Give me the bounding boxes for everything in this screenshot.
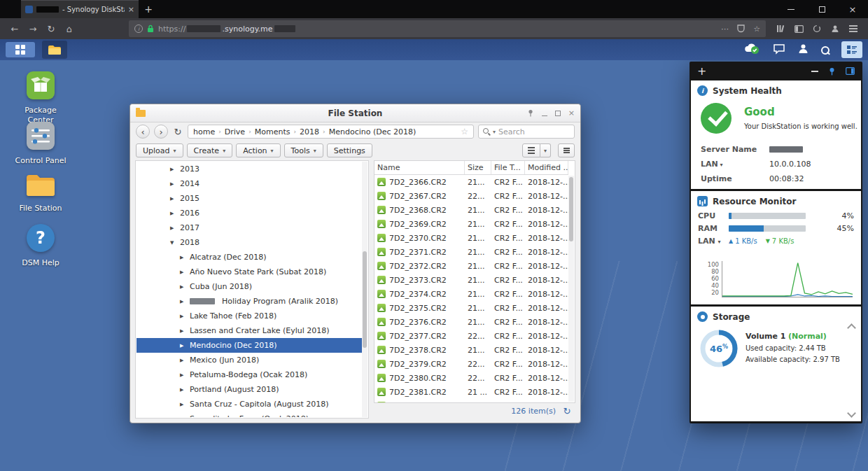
tree-item[interactable]: ▶Lake Tahoe (Feb 2018) <box>136 309 362 323</box>
lan-label[interactable]: LAN ▾ <box>698 237 729 246</box>
file-row[interactable]: 7D2_2370.CR221...CR2 F...2018-12-... <box>374 231 568 245</box>
triangle-right-icon[interactable]: ▶ <box>180 387 186 393</box>
sort-button[interactable] <box>558 143 575 157</box>
file-row[interactable]: 7D2_2382.CR221...CR2 F...2018-12-... <box>374 399 568 402</box>
tree-item[interactable]: ▶2013 <box>136 162 362 176</box>
toolbar-button-upload[interactable]: Upload▾ <box>136 143 183 157</box>
bookmark-star-icon[interactable]: ☆ <box>753 24 760 34</box>
triangle-right-icon[interactable]: ▶ <box>180 416 186 418</box>
caret-down-icon[interactable]: ▾ <box>493 129 496 135</box>
file-row[interactable]: 7D2_2373.CR221...CR2 F...2018-12-... <box>374 273 568 287</box>
tree-item[interactable]: ▶Holiday Program (Aralik 2018) <box>136 294 362 309</box>
file-row[interactable]: 7D2_2372.CR221...CR2 F...2018-12-... <box>374 259 568 273</box>
file-row[interactable]: 7D2_2380.CR222...CR2 F...2018-12-... <box>374 371 568 385</box>
column-header-type[interactable]: File T... <box>491 161 525 174</box>
pin-window-icon[interactable] <box>527 109 534 117</box>
tree-item[interactable]: ▶Alcatraz (Dec 2018) <box>136 250 362 265</box>
caret-down-icon[interactable]: ▾ <box>718 162 723 168</box>
file-row[interactable]: 7D2_2371.CR221...CR2 F...2018-12-... <box>374 245 568 259</box>
tree-item[interactable]: ▶Santa Cruz - Capitola (August 2018) <box>136 397 362 412</box>
back-button[interactable]: ← <box>6 20 24 37</box>
tree-scrollbar[interactable] <box>362 162 368 417</box>
widget-panel-minimize-button[interactable] <box>811 71 818 72</box>
tree-item[interactable]: ▶Mendocino (Dec 2018) <box>136 338 362 353</box>
triangle-right-icon[interactable]: ▶ <box>180 255 186 260</box>
nav-forward-button[interactable]: › <box>154 125 168 139</box>
file-row[interactable]: 7D2_2367.CR222...CR2 F...2018-12-... <box>374 189 568 203</box>
file-row[interactable]: 7D2_2374.CR221...CR2 F...2018-12-... <box>374 287 568 301</box>
page-info-icon[interactable]: i <box>134 24 143 33</box>
file-row[interactable]: 7D2_2376.CR221...CR2 F...2018-12-... <box>374 315 568 329</box>
file-row[interactable]: 7D2_2378.CR221...CR2 F...2018-12-... <box>374 343 568 357</box>
pin-panel-icon[interactable] <box>828 67 836 76</box>
triangle-right-icon[interactable]: ▶ <box>170 167 176 172</box>
column-header-mod[interactable]: Modified ... <box>525 161 568 174</box>
window-minimize-icon[interactable] <box>542 111 547 116</box>
triangle-right-icon[interactable]: ▶ <box>180 284 186 290</box>
forward-button[interactable]: → <box>24 20 42 37</box>
file-station-titlebar[interactable]: File Station × <box>130 104 580 122</box>
desktop-icon-control-panel[interactable]: Control Panel <box>13 120 68 166</box>
triangle-right-icon[interactable]: ▶ <box>170 181 176 187</box>
tree-item[interactable]: ▶Año Nuevo State Park (Subat 2018) <box>136 265 362 279</box>
toolbar-button-tools[interactable]: Tools▾ <box>284 143 323 157</box>
reload-button[interactable]: ↻ <box>42 20 60 37</box>
triangle-right-icon[interactable]: ▶ <box>170 225 176 231</box>
main-menu-button[interactable] <box>6 42 35 57</box>
refresh-list-button[interactable]: ↻ <box>561 406 573 416</box>
breadcrumb[interactable]: home›Drive›Moments›2018›Mendocino (Dec 2… <box>188 125 474 139</box>
tree-item[interactable]: ▶Cuba (Jun 2018) <box>136 279 362 294</box>
browser-tab[interactable]: - Synology DiskStati... × <box>21 0 139 18</box>
library-icon[interactable] <box>771 20 790 37</box>
tree-item[interactable]: ▶Portland (August 2018) <box>136 382 362 397</box>
chevron-up-icon[interactable] <box>848 323 855 330</box>
address-bar[interactable]: i https:// .synology.me ⋯ ☆ <box>129 20 766 37</box>
tree-item[interactable]: ▶Mexico (Jun 2018) <box>136 353 362 367</box>
account-icon[interactable] <box>826 20 844 37</box>
tab-close-icon[interactable]: × <box>128 5 134 14</box>
file-row[interactable]: 7D2_2368.CR221...CR2 F...2018-12-... <box>374 203 568 217</box>
user-options-icon[interactable] <box>798 43 808 56</box>
breadcrumb-item[interactable]: Moments <box>255 127 290 136</box>
resource-monitor-header[interactable]: Resource Monitor <box>691 191 861 209</box>
file-row[interactable]: 7D2_2377.CR222...CR2 F...2018-12-... <box>374 329 568 343</box>
chevron-down-icon[interactable] <box>848 411 855 417</box>
breadcrumb-item[interactable]: Mendocino (Dec 2018) <box>329 127 416 136</box>
window-maximize-button[interactable] <box>806 0 837 18</box>
toolbar-button-create[interactable]: Create▾ <box>187 143 233 157</box>
tree-item[interactable]: ▶2017 <box>136 220 362 235</box>
menu-icon[interactable] <box>844 20 862 37</box>
tree-item[interactable]: ▶2016 <box>136 206 362 220</box>
notifications-icon[interactable] <box>773 43 785 57</box>
page-actions-icon[interactable]: ⋯ <box>721 24 729 34</box>
new-tab-button[interactable]: + <box>139 3 158 15</box>
triangle-right-icon[interactable]: ▶ <box>170 196 176 202</box>
home-button[interactable]: ⌂ <box>60 20 78 37</box>
view-caret-button[interactable]: ▾ <box>540 143 551 157</box>
window-minimize-button[interactable] <box>776 0 806 18</box>
system-health-header[interactable]: i System Health <box>691 80 861 99</box>
file-row[interactable]: 7D2_2369.CR221...CR2 F...2018-12-... <box>374 217 568 231</box>
desktop-icon-dsm-help[interactable]: ? DSM Help <box>13 223 68 268</box>
file-row[interactable]: 7D2_2366.CR221...CR2 F...2018-12-... <box>374 175 568 189</box>
tree-item[interactable]: ▶Lassen and Crater Lake (Eylul 2018) <box>136 323 362 338</box>
nav-back-button[interactable]: ‹ <box>136 125 150 139</box>
scrollbar-thumb[interactable] <box>569 177 573 241</box>
triangle-right-icon[interactable]: ▶ <box>180 328 186 334</box>
tree-item[interactable]: ▶Sausalito by Ferry (Ocak 2018) <box>136 412 362 417</box>
desktop-icon-file-station[interactable]: File Station <box>13 171 68 213</box>
triangle-right-icon[interactable]: ▶ <box>180 372 186 378</box>
triangle-right-icon[interactable]: ▶ <box>170 211 176 216</box>
breadcrumb-item[interactable]: home <box>193 127 215 136</box>
triangle-right-icon[interactable]: ▶ <box>180 402 186 407</box>
breadcrumb-item[interactable]: 2018 <box>300 127 319 136</box>
quickconnect-health-icon[interactable] <box>743 43 760 57</box>
toolbar-button-action[interactable]: Action▾ <box>236 143 280 157</box>
triangle-down-icon[interactable]: ▼ <box>170 240 176 246</box>
tree-item[interactable]: ▶2015 <box>136 191 362 206</box>
tree-item[interactable]: ▶Petaluma-Bodega (Ocak 2018) <box>136 367 362 382</box>
list-view-button[interactable] <box>522 143 540 157</box>
triangle-right-icon[interactable]: ▶ <box>180 299 186 304</box>
favorite-star-icon[interactable]: ☆ <box>461 127 468 136</box>
sidebar-toggle-icon[interactable] <box>790 20 808 37</box>
